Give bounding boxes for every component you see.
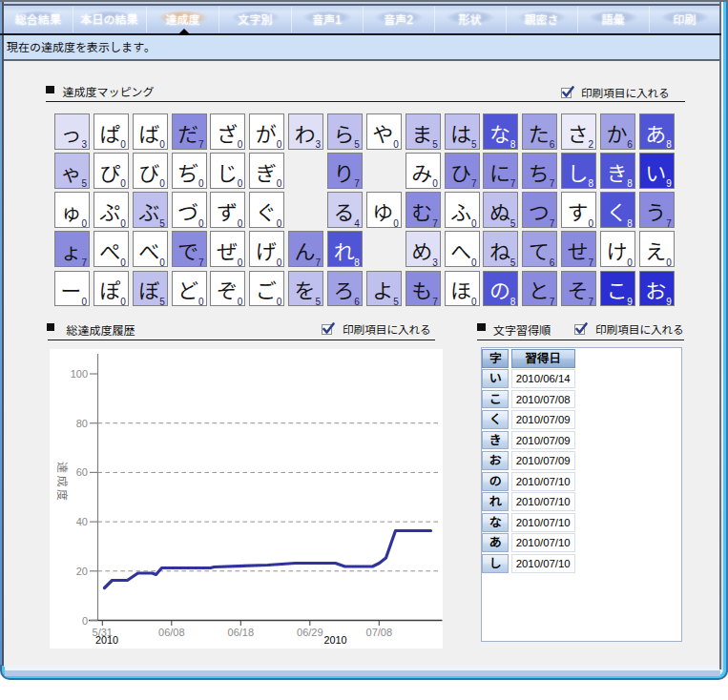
svg-text:06/29: 06/29 (297, 627, 323, 638)
svg-text:07/08: 07/08 (365, 627, 392, 638)
svg-text:2010: 2010 (323, 633, 346, 645)
svg-text:20: 20 (75, 565, 87, 576)
svg-text:2010: 2010 (94, 633, 117, 645)
svg-text:0: 0 (81, 614, 87, 626)
svg-text:100: 100 (70, 368, 87, 380)
svg-text:80: 80 (75, 417, 87, 428)
svg-text:60: 60 (75, 466, 87, 478)
svg-text:40: 40 (75, 516, 87, 527)
svg-text:06/08: 06/08 (158, 627, 185, 638)
svg-text:06/18: 06/18 (227, 627, 254, 638)
